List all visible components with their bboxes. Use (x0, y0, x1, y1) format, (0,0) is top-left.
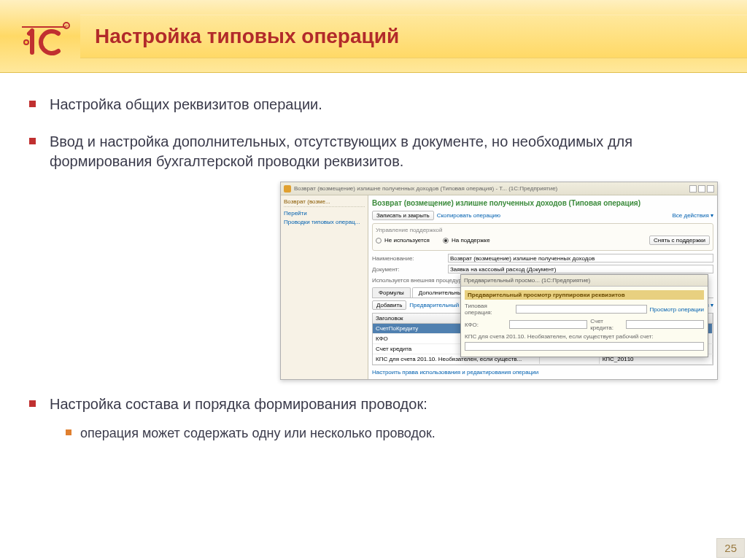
save-close-button[interactable]: Записать и закрыть (372, 211, 434, 220)
window-controls (689, 185, 714, 192)
sidebar-heading: Возврат (возме... (284, 198, 365, 207)
popup-titlebar: Предварительный просмо... (1С:Предприяти… (461, 275, 708, 287)
svg-rect-2 (22, 26, 66, 28)
field-label: КФО: (465, 322, 506, 328)
form-title: Возврат (возмещение) излишне полученных … (372, 199, 713, 207)
logo-1c: R (0, 16, 80, 56)
support-group: Управление поддержкой Не используется На… (372, 223, 713, 251)
close-button[interactable] (707, 185, 714, 192)
popup-title-text: Предварительный просмо... (1С:Предприяти… (464, 277, 590, 284)
tab-formulas[interactable]: Формулы (372, 287, 411, 298)
kps-input[interactable] (465, 342, 704, 351)
remove-support-button[interactable]: Снять с поддержки (649, 236, 710, 245)
copy-operation-link[interactable]: Скопировать операцию (437, 212, 500, 219)
rights-link[interactable]: Настроить права использования и редактир… (372, 369, 713, 376)
group-label: Управление поддержкой (376, 227, 710, 233)
svg-point-1 (25, 41, 28, 44)
credit-account-input[interactable] (626, 320, 704, 329)
slide-header: R Настройка типовых операций (0, 0, 747, 73)
popup-header: Предварительный просмотр группировки рек… (465, 290, 704, 300)
toolbar: Записать и закрыть Скопировать операцию … (372, 211, 713, 220)
document-input[interactable] (448, 265, 713, 273)
add-button[interactable]: Добавить (372, 300, 406, 310)
bullet-item: Настройка состава и порядка формирования… (29, 394, 718, 442)
page-number: 25 (716, 538, 745, 558)
slide-title: Настройка типовых операций (95, 25, 399, 48)
radio-label: Не используется (384, 237, 430, 244)
typical-op-input[interactable] (516, 305, 647, 314)
view-operation-link[interactable]: Просмотр операции (650, 306, 704, 313)
all-actions-link[interactable]: Все действия ▾ (672, 212, 713, 219)
title-bar: Настройка типовых операций (80, 15, 747, 58)
titlebar-text: Возврат (возмещение) излишне полученных … (294, 185, 686, 192)
preview-popup: Предварительный просмо... (1С:Предприяти… (460, 274, 708, 357)
radio-not-used[interactable] (376, 238, 382, 244)
field-label: КПС для счета 201.10. Необязателен, если… (465, 333, 704, 340)
sub-bullet-item: операция может содержать одну или нескол… (50, 424, 718, 442)
app-titlebar: Возврат (возмещение) излишне полученных … (281, 182, 717, 195)
embedded-screenshot: Возврат (возмещение) излишне полученных … (29, 182, 718, 380)
name-input[interactable] (448, 254, 713, 262)
slide-content: Настройка общих реквизитов операции. Вво… (0, 73, 747, 467)
sidebar-link[interactable]: Проводки типовых операц... (284, 219, 365, 225)
field-label: Документ: (372, 266, 445, 273)
radio-label: На поддержке (452, 237, 490, 244)
sidebar-link[interactable]: Перейти (284, 210, 365, 217)
field-label: Наименование: (372, 255, 445, 262)
bullet-list: Настройка состава и порядка формирования… (29, 394, 718, 442)
svg-text:R: R (65, 24, 68, 28)
bullet-list: Настройка общих реквизитов операции. Вво… (29, 95, 718, 171)
app-window: Возврат (возмещение) излишне полученных … (280, 182, 718, 380)
field-label: Типовая операция: (465, 303, 513, 316)
radio-supported[interactable] (443, 238, 449, 244)
app-icon (284, 185, 291, 192)
bullet-item: Ввод и настройка дополнительных, отсутст… (29, 132, 718, 171)
bullet-item: Настройка общих реквизитов операции. (29, 95, 718, 114)
app-sidebar: Возврат (возме... Перейти Проводки типов… (281, 195, 368, 379)
field-label: Счет кредита: (590, 318, 623, 331)
maximize-button[interactable] (698, 185, 705, 192)
minimize-button[interactable] (689, 185, 697, 192)
kfo-input[interactable] (509, 320, 587, 329)
